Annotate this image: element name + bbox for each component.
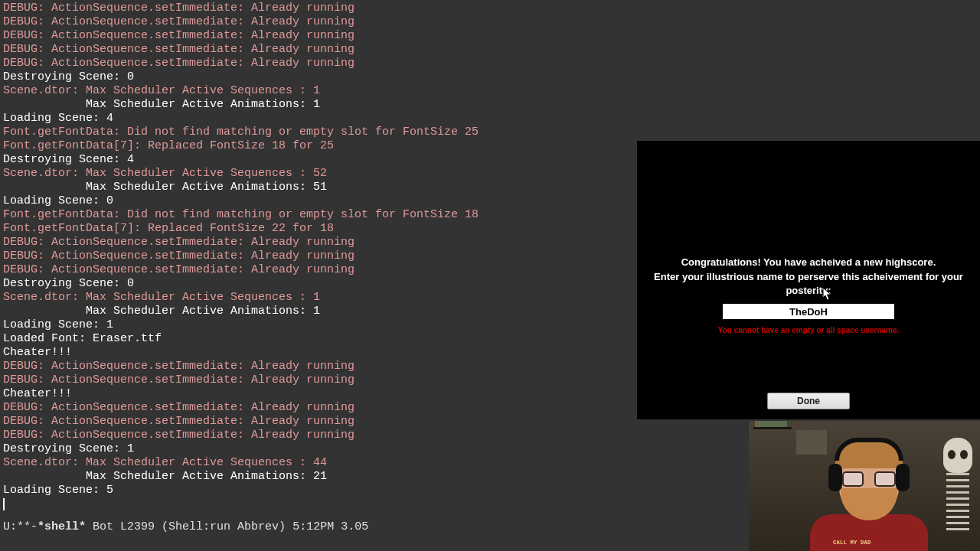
modeline-buffer: *shell* <box>38 520 86 533</box>
skeleton-skull-icon <box>943 438 972 473</box>
log-line: DEBUG: ActionSequence.setImmediate: Alre… <box>3 15 977 29</box>
headphone-band-icon <box>835 438 903 461</box>
log-line: DEBUG: ActionSequence.setImmediate: Alre… <box>3 2 977 15</box>
log-line: DEBUG: ActionSequence.setImmediate: Alre… <box>3 57 977 70</box>
webcam-feed: CALL MY DAD <box>749 421 980 551</box>
modeline-flags: U:**- <box>3 520 38 533</box>
log-line: Font.getFontData: Did not find matching … <box>3 126 977 139</box>
modeline-load: 3.05 <box>341 520 368 533</box>
shelf-object-icon <box>755 421 787 427</box>
log-line: DEBUG: ActionSequence.setImmediate: Alre… <box>3 43 977 57</box>
modeline-time: 5:12PM <box>292 520 334 533</box>
wall-poster-icon <box>796 430 827 455</box>
modeline-modes: (Shell:run Abbrev) <box>162 520 286 533</box>
modeline-position: Bot L2399 <box>93 520 155 533</box>
congrats-text-1: Congratulations! You have acheived a new… <box>637 256 980 269</box>
text-cursor <box>3 498 5 510</box>
congrats-text-2: Enter your illustrious name to perserve … <box>637 270 980 298</box>
skeleton-ribs-icon <box>946 473 969 534</box>
log-line: DEBUG: ActionSequence.setImmediate: Alre… <box>3 29 977 43</box>
log-line: Scene.dtor: Max Scheduler Active Sequenc… <box>3 84 977 98</box>
log-line: Destroying Scene: 0 <box>3 70 977 84</box>
shirt-text: CALL MY DAD <box>833 536 871 549</box>
highscore-dialog: Congratulations! You have acheived a new… <box>637 141 980 419</box>
headphone-right-icon <box>896 464 910 491</box>
headphone-left-icon <box>828 464 842 491</box>
log-line: Max Scheduler Active Animations: 1 <box>3 98 977 112</box>
glasses-icon <box>842 471 896 487</box>
done-button[interactable]: Done <box>767 393 850 409</box>
validation-error: You cannot have an empty or all space us… <box>637 324 980 337</box>
log-line: Loading Scene: 4 <box>3 112 977 126</box>
emacs-modeline: U:**-*shell* Bot L2399 (Shell:run Abbrev… <box>3 520 368 534</box>
highscore-name-input[interactable] <box>723 304 894 319</box>
